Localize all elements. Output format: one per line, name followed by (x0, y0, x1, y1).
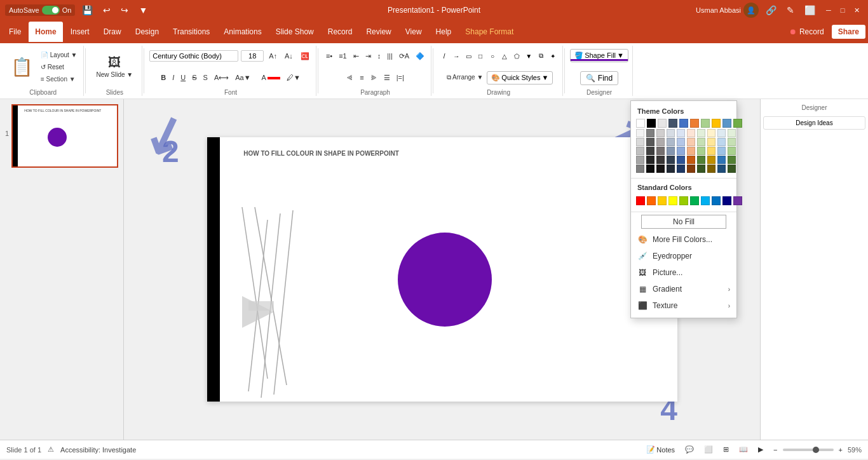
tab-shape-format[interactable]: Shape Format (459, 22, 520, 42)
shade-5-10[interactable] (728, 165, 736, 173)
reset-button[interactable]: ↺ Reset (38, 62, 79, 72)
design-ideas-button[interactable]: Design Ideas (763, 116, 865, 130)
shade-5-3[interactable] (656, 165, 665, 173)
help-icon[interactable]: 🔗 (763, 4, 780, 17)
shade-5-9[interactable] (717, 165, 726, 173)
shade-3-10[interactable] (728, 147, 736, 155)
numbering-button[interactable]: ≡1 (336, 50, 349, 62)
shade-5-5[interactable] (677, 165, 685, 173)
autosave-button[interactable]: AutoSave On (5, 4, 75, 16)
std-dark-blue[interactable] (722, 196, 731, 205)
feedback-icon[interactable]: ✎ (783, 4, 797, 17)
shade-5-4[interactable] (667, 165, 675, 173)
undo-button[interactable]: ↩ (100, 4, 114, 17)
shade-1-4[interactable] (667, 129, 675, 137)
shade-1-8[interactable] (707, 129, 715, 137)
color-yellow[interactable] (712, 119, 721, 128)
slideshow-button[interactable]: ▶ (756, 443, 766, 456)
std-gold[interactable] (658, 196, 667, 205)
align-left-button[interactable]: ⫷ (344, 72, 356, 83)
shade-3-3[interactable] (656, 147, 665, 155)
shape-line[interactable]: / (438, 50, 450, 62)
color-orange[interactable] (690, 119, 699, 128)
shade-2-2[interactable] (646, 138, 654, 146)
bold-button[interactable]: B (158, 72, 168, 83)
char-spacing-button[interactable]: A⟷ (212, 72, 231, 84)
customize-qat-button[interactable]: ▼ (135, 4, 151, 17)
std-purple[interactable] (733, 196, 742, 205)
shade-4-3[interactable] (656, 156, 665, 164)
shade-2-3[interactable] (656, 138, 665, 146)
decrease-indent-button[interactable]: ⇤ (351, 50, 362, 62)
accessibility-label[interactable]: Accessibility: Investigate (60, 446, 136, 454)
tab-file[interactable]: File (3, 22, 27, 42)
shade-1-3[interactable] (656, 129, 665, 137)
decrease-font-button[interactable]: A↓ (282, 50, 295, 62)
eyedropper-item[interactable]: 💉 Eyedropper (631, 248, 736, 264)
tab-home[interactable]: Home (29, 22, 62, 42)
slide-thumbnail[interactable]: HOW TO FILL COLOUR IN SHAPE IN POWERPOIN… (11, 104, 118, 168)
ribbon-display-icon[interactable]: ⬜ (801, 4, 818, 17)
smartart-button[interactable]: 🔷 (413, 50, 427, 62)
tab-view[interactable]: View (399, 22, 428, 42)
new-slide-button[interactable]: 🖼 New Slide ▼ (91, 53, 138, 81)
shade-1-5[interactable] (677, 129, 685, 137)
shade-4-1[interactable] (636, 156, 644, 164)
shade-4-5[interactable] (677, 156, 685, 164)
shade-1-9[interactable] (717, 129, 726, 137)
shape-pentagon[interactable]: ⬠ (511, 50, 522, 62)
zoom-slider[interactable] (783, 449, 834, 451)
color-dark-blue[interactable] (668, 119, 677, 128)
autosave-toggle[interactable] (42, 6, 60, 15)
tab-transitions[interactable]: Transitions (166, 22, 216, 42)
shape-rect2[interactable]: □ (475, 50, 486, 62)
shade-3-4[interactable] (667, 147, 675, 155)
shade-2-1[interactable] (636, 138, 644, 146)
shade-1-7[interactable] (697, 129, 705, 137)
clear-format-button[interactable]: 🆑 (298, 50, 312, 62)
picture-item[interactable]: 🖼 Picture... (631, 264, 736, 281)
shade-2-7[interactable] (697, 138, 705, 146)
shade-4-4[interactable] (667, 156, 675, 164)
tab-draw[interactable]: Draw (97, 22, 128, 42)
strikethrough-button[interactable]: S (189, 72, 199, 83)
shade-1-1[interactable] (636, 129, 644, 137)
shape-rect[interactable]: ▭ (463, 50, 474, 62)
text-direction-button[interactable]: ⟳A (397, 50, 412, 62)
change-case-button[interactable]: Aa▼ (233, 72, 253, 83)
std-lime[interactable] (679, 196, 688, 205)
shade-2-8[interactable] (707, 138, 715, 146)
font-color-button[interactable]: A (259, 72, 283, 83)
slide-canvas[interactable]: HOW TO FILL COLOUR IN SHAPE IN POWERPOIN… (207, 137, 677, 402)
shade-3-9[interactable] (717, 147, 726, 155)
layout-button[interactable]: 📄 Layout ▼ (38, 50, 79, 60)
section-button[interactable]: ≡ Section ▼ (38, 74, 79, 85)
minimize-button[interactable]: ─ (822, 4, 835, 17)
share-button[interactable]: Share (832, 25, 865, 39)
tab-record[interactable]: Record (322, 22, 359, 42)
comments-button[interactable]: 💬 (682, 443, 696, 456)
tab-slideshow[interactable]: Slide Show (269, 22, 320, 42)
shade-2-5[interactable] (677, 138, 685, 146)
shade-5-7[interactable] (697, 165, 705, 173)
shade-1-10[interactable] (728, 129, 736, 137)
shade-3-5[interactable] (677, 147, 685, 155)
increase-font-button[interactable]: A↑ (266, 50, 280, 62)
reading-view-button[interactable]: 📖 (736, 443, 750, 456)
align-center-button[interactable]: ≡ (357, 72, 366, 83)
shade-4-9[interactable] (717, 156, 726, 164)
gradient-item[interactable]: ▦ Gradient › (631, 281, 736, 297)
tab-insert[interactable]: Insert (64, 22, 96, 42)
std-green[interactable] (690, 196, 699, 205)
shade-5-6[interactable] (687, 165, 695, 173)
arrange-button[interactable]: ⧉ Arrange ▼ (444, 72, 485, 83)
shade-3-1[interactable] (636, 147, 644, 155)
color-blue[interactable] (679, 119, 688, 128)
shape-arrange[interactable]: ⧉ (535, 50, 546, 62)
color-green-light[interactable] (701, 119, 710, 128)
font-size-input[interactable] (241, 50, 264, 62)
normal-view-button[interactable]: ⬜ (702, 443, 715, 456)
shade-2-9[interactable] (717, 138, 726, 146)
std-orange[interactable] (647, 196, 656, 205)
zoom-out-button[interactable]: − (771, 444, 780, 456)
